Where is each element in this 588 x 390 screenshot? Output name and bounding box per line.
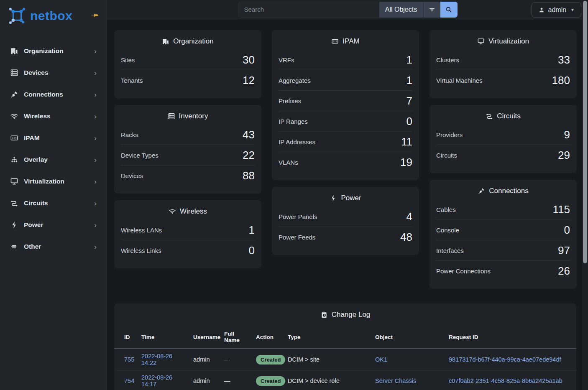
- sidebar-item-label: Circuits: [24, 199, 48, 207]
- sidebar-item-power[interactable]: Power ›: [0, 214, 107, 236]
- stat-row-device-types: Device Types 22: [121, 145, 255, 166]
- sidebar-pin-icon[interactable]: [91, 12, 99, 20]
- stat-row-prefixes: Prefixes 7: [279, 91, 412, 111]
- change-object-link[interactable]: Server Chassis: [375, 377, 416, 384]
- card-inventory: Inventory Racks 43 Device Types 22 Devic…: [114, 105, 261, 194]
- card-title: Organization: [173, 37, 213, 46]
- col-header-username: Username: [190, 327, 221, 349]
- card-title: Wireless: [180, 207, 207, 216]
- stat-row-wireless-links: Wireless Links 0: [121, 240, 255, 261]
- search-icon: [445, 6, 453, 13]
- sidebar-item-virtualization[interactable]: Virtualization ›: [0, 171, 107, 192]
- col-header-request-id: Request ID: [445, 327, 576, 349]
- person-icon: [538, 7, 545, 13]
- chevron-right-icon: ›: [94, 91, 97, 98]
- chevron-right-icon: ›: [94, 69, 97, 76]
- stat-row-circuits: Circuits 29: [436, 145, 570, 166]
- plug-icon: [478, 187, 485, 195]
- card-title: Circuits: [497, 112, 521, 120]
- chevron-right-icon: ›: [94, 48, 97, 55]
- sidebar-item-label: Organization: [24, 47, 64, 55]
- change-type: DCIM > device role: [284, 370, 372, 390]
- brand-name[interactable]: netbox: [30, 9, 72, 23]
- change-id-link[interactable]: 754: [124, 377, 134, 384]
- sidebar-item-overlay[interactable]: Overlay ›: [0, 149, 107, 171]
- search-input[interactable]: [238, 2, 379, 18]
- card-power: Power Power Panels 4 Power Feeds 48: [272, 187, 419, 255]
- request-id-link[interactable]: c07f0ab2-2351-4c58-825a-8b6a2425a1ab: [449, 377, 562, 384]
- card-virtualization: Virtualization Clusters 33 Virtual Machi…: [429, 30, 577, 98]
- graph-icon: [10, 155, 18, 164]
- stat-row-power-feeds: Power Feeds 48: [279, 227, 412, 247]
- change-id-link[interactable]: 755: [124, 356, 134, 363]
- server-icon: [10, 69, 18, 77]
- bolt-icon: [10, 221, 18, 229]
- stat-row-clusters: Clusters 33: [436, 50, 570, 70]
- sidebar-item-label: IPAM: [24, 134, 40, 142]
- card-connections: Connections Cables 115 Console 0 Interfa…: [429, 180, 577, 289]
- caret-down-icon: ▼: [570, 8, 575, 12]
- username-label: admin: [548, 6, 567, 14]
- topbar: All Objects admin ▼: [107, 0, 588, 19]
- chevron-right-icon: ›: [94, 222, 97, 229]
- sidebar: netbox Organization › Devices › Connecti…: [0, 0, 107, 390]
- route-icon: [10, 199, 18, 207]
- chevron-right-icon: ›: [94, 135, 97, 142]
- col-header-action: Action: [253, 327, 284, 349]
- sidebar-item-connections[interactable]: Connections ›: [0, 84, 107, 105]
- stat-row-aggregates: Aggregates 1: [279, 70, 412, 91]
- counter-icon: [331, 38, 339, 45]
- stat-row-power-panels: Power Panels 4: [279, 206, 412, 227]
- col-header-full-name: Full Name: [221, 327, 253, 349]
- change-object-link[interactable]: OK1: [375, 356, 387, 363]
- stat-row-racks: Racks 43: [121, 125, 255, 145]
- card-title: IPAM: [343, 37, 359, 46]
- stat-row-providers: Providers 9: [436, 125, 570, 145]
- change-full-name: —: [221, 349, 253, 370]
- sidebar-item-devices[interactable]: Devices ›: [0, 62, 107, 84]
- scrollbar-thumb[interactable]: [583, 1, 587, 263]
- sidebar-item-label: Devices: [24, 69, 49, 76]
- route-icon: [486, 112, 493, 120]
- chevron-right-icon: ›: [94, 200, 97, 207]
- sidebar-item-wireless[interactable]: Wireless ›: [0, 105, 107, 127]
- table-header-row: ID Time Username Full Name Action Type O…: [114, 327, 576, 349]
- card-change-log: Change Log ID Time Username Full Name Ac…: [114, 303, 576, 390]
- card-organization: Organization Sites 30 Tenants 12: [114, 30, 261, 98]
- scrollbar-track[interactable]: [582, 0, 588, 390]
- change-time-link[interactable]: 2022-08-26 14:22: [141, 353, 172, 366]
- sidebar-item-label: Overlay: [24, 156, 48, 163]
- filter-button[interactable]: [423, 2, 440, 18]
- wifi-icon: [10, 112, 18, 120]
- card-title: Power: [341, 194, 361, 202]
- request-id-link[interactable]: 9817317d-b67f-440a-99ca-4ae07ede94df: [449, 356, 561, 363]
- chevron-right-icon: ›: [94, 178, 97, 185]
- sidebar-item-label: Virtualization: [24, 178, 64, 185]
- sidebar-nav: Organization › Devices › Connections › W…: [0, 40, 107, 257]
- stat-row-interfaces: Interfaces 97: [436, 240, 570, 261]
- sidebar-item-label: Power: [24, 221, 43, 229]
- sidebar-item-organization[interactable]: Organization ›: [0, 40, 107, 62]
- search-bar: All Objects: [238, 2, 458, 18]
- status-badge: Created: [256, 355, 285, 365]
- change-time-link[interactable]: 2022-08-26 14:17: [141, 374, 172, 387]
- sidebar-item-other[interactable]: Other ›: [0, 236, 107, 257]
- counter-icon: [10, 134, 18, 142]
- search-submit-button[interactable]: [440, 2, 458, 18]
- stat-row-sites: Sites 30: [121, 50, 255, 70]
- stat-row-tenants: Tenants 12: [121, 70, 255, 91]
- bolt-icon: [330, 194, 337, 202]
- sidebar-item-ipam[interactable]: IPAM ›: [0, 127, 107, 149]
- col-header-type: Type: [284, 327, 372, 349]
- user-menu-button[interactable]: admin ▼: [532, 2, 581, 18]
- sidebar-item-circuits[interactable]: Circuits ›: [0, 192, 107, 214]
- col-header-time: Time: [138, 327, 190, 349]
- lines-icon: [10, 242, 18, 251]
- search-scope-dropdown[interactable]: All Objects: [379, 2, 423, 18]
- sidebar-item-label: Other: [24, 243, 41, 250]
- stat-row-ip-ranges: IP Ranges 0: [279, 111, 412, 132]
- chevron-right-icon: ›: [94, 243, 97, 250]
- card-wireless: Wireless Wireless LANs 1 Wireless Links …: [114, 200, 261, 268]
- netbox-logo-icon[interactable]: [8, 8, 27, 24]
- change-full-name: —: [221, 370, 253, 390]
